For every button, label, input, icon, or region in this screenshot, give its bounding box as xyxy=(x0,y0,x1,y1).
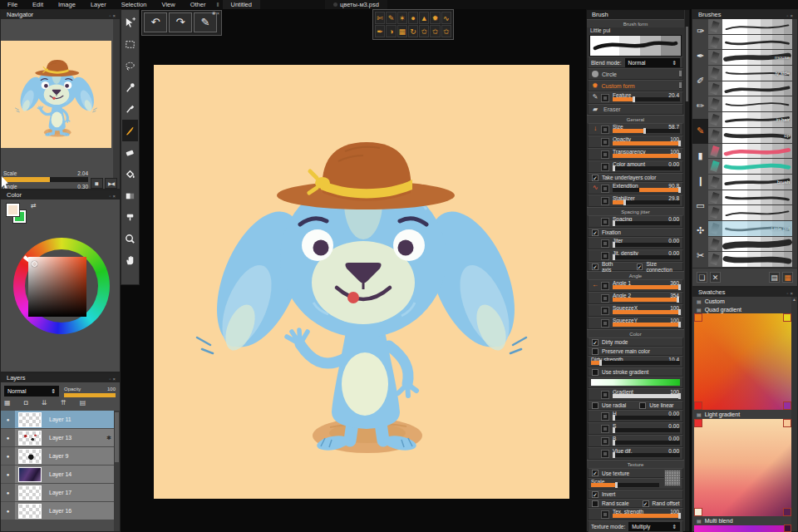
slider-track[interactable] xyxy=(613,141,680,145)
slider-track[interactable] xyxy=(613,323,680,327)
slider-handle[interactable] xyxy=(613,415,615,421)
brush-item[interactable] xyxy=(708,252,792,268)
slider-track[interactable] xyxy=(613,166,680,170)
setting-vlue-dif[interactable]: Vlue dif.0.00 xyxy=(588,447,683,460)
layer-row[interactable]: ●Layer 17 xyxy=(1,484,116,502)
pad-icon[interactable]: ▭ xyxy=(692,193,708,218)
cut-icon[interactable]: ✄ xyxy=(375,12,385,24)
slider-handle[interactable] xyxy=(599,360,602,366)
slider-handle[interactable] xyxy=(643,128,646,134)
setting-icon-box[interactable] xyxy=(601,319,609,328)
corner-swatch[interactable] xyxy=(694,313,702,322)
slider-track[interactable] xyxy=(613,200,680,204)
checkbox[interactable]: ✓ xyxy=(592,339,598,346)
setting-color-amount[interactable]: Color amount0.00 xyxy=(588,160,683,173)
slider-handle[interactable] xyxy=(613,452,615,458)
slider-track[interactable] xyxy=(613,310,680,314)
setting-icon-box[interactable] xyxy=(601,185,609,193)
bucket-tool[interactable] xyxy=(122,163,138,185)
option-fixation[interactable]: ✓Fixation xyxy=(588,228,683,237)
setting-icon-box[interactable] xyxy=(601,252,609,260)
menu-item-image[interactable]: Image xyxy=(51,1,83,8)
setting-icon-box[interactable] xyxy=(601,126,609,134)
brush-item-in-hair[interactable]: in hair xyxy=(708,112,792,128)
setting-dirty-strength[interactable]: Dirty strength10.4 xyxy=(588,356,683,367)
layers-header[interactable]: Layers◦× xyxy=(1,373,120,382)
delete-brush-button[interactable]: ✕ xyxy=(710,272,721,283)
flat-brush-icon[interactable]: ▮ xyxy=(692,144,708,169)
slider-handle[interactable] xyxy=(678,322,681,328)
slider-handle[interactable] xyxy=(678,393,681,399)
menu-item-view[interactable]: View xyxy=(155,1,183,8)
setting-tex-strength[interactable]: Tex. strength100 xyxy=(588,508,683,520)
slider-track[interactable] xyxy=(613,154,680,158)
checkbox[interactable]: ✓ xyxy=(592,264,598,270)
tip-scrollbar[interactable] xyxy=(679,71,682,77)
star-icon[interactable]: ✩ xyxy=(441,25,451,37)
swatches-scrollbar[interactable]: ▲ xyxy=(791,297,797,531)
checkbox[interactable] xyxy=(592,348,598,355)
knife-icon[interactable]: ✂ xyxy=(692,243,708,268)
setting-stabilizer[interactable]: Stabilizer29.8 xyxy=(588,195,683,207)
slider-track[interactable] xyxy=(591,361,680,365)
corner-swatch[interactable] xyxy=(783,419,791,427)
options-both-axis[interactable]: ✓Both axis✓Size connection xyxy=(588,262,683,271)
paintbrush-icon[interactable]: ✎ xyxy=(692,119,708,144)
slider-track[interactable] xyxy=(613,221,680,225)
mini-panel-buttons[interactable]: ✱ × xyxy=(212,11,219,16)
opacity-slider[interactable] xyxy=(64,393,116,397)
reset-view-button[interactable]: ◼ xyxy=(91,178,103,189)
gradient-tool[interactable] xyxy=(122,185,138,206)
wave-icon[interactable]: ∿ xyxy=(441,12,451,24)
slider-handle[interactable] xyxy=(623,200,626,205)
slider-handle[interactable] xyxy=(678,187,681,193)
checkbox[interactable]: ✓ xyxy=(592,229,598,236)
grid-icon[interactable]: ▦ xyxy=(397,25,407,37)
setting-icon-box[interactable] xyxy=(601,510,609,519)
slider-handle[interactable] xyxy=(613,440,615,446)
marker-icon[interactable]: ✏ xyxy=(692,94,708,119)
option-rand-offset[interactable]: ✓Rand offset xyxy=(643,500,680,507)
setting-squeezex[interactable]: SqueezeX100 xyxy=(588,304,683,317)
corner-swatch[interactable] xyxy=(784,525,791,532)
flip-view-button[interactable]: ▶◀ xyxy=(105,178,117,189)
checkbox[interactable] xyxy=(592,500,598,507)
navigator-preview[interactable] xyxy=(1,41,111,148)
slider-track[interactable] xyxy=(613,514,680,518)
swatch-item-custom[interactable]: ▤Custom xyxy=(692,297,797,305)
layer-visibility-icon[interactable]: ● xyxy=(1,502,15,520)
layer-actions-toolbar[interactable]: ▦ ◘ ⇊ ⇈ ▤ xyxy=(4,399,91,406)
slider-track[interactable] xyxy=(591,483,659,487)
panel-header-buttons[interactable]: ◦× xyxy=(109,192,117,201)
marquee-tool[interactable] xyxy=(122,33,138,55)
brush-item[interactable] xyxy=(708,237,792,253)
layer-row[interactable]: ●Layer 13✱ xyxy=(1,429,116,447)
setting-icon-box[interactable] xyxy=(601,218,609,226)
multi-blend-strip[interactable] xyxy=(694,525,791,532)
pen-icon[interactable]: ✎ xyxy=(386,12,396,24)
corner-swatch[interactable] xyxy=(694,419,702,427)
texture-mode-select[interactable]: Multiply⇕ xyxy=(628,522,680,531)
slider-track[interactable] xyxy=(613,298,680,302)
setting-icon-box[interactable] xyxy=(601,412,609,421)
menu-item-layer[interactable]: Layer xyxy=(83,1,114,8)
move-tool[interactable] xyxy=(122,12,138,33)
setting-extendtion[interactable]: ∿Extendtion90.8 xyxy=(588,182,683,195)
setting-angle-1[interactable]: ←Angle 1360 xyxy=(588,279,683,292)
slider-handle[interactable] xyxy=(613,220,615,226)
color-header[interactable]: Color◦× xyxy=(1,190,120,200)
layer-row[interactable]: ●Layer 14 xyxy=(1,466,116,484)
checkbox[interactable]: ✓ xyxy=(592,470,598,476)
brushes-header[interactable]: Brushes◦× xyxy=(692,10,797,19)
brush-item-brush[interactable]: brush xyxy=(708,175,792,190)
liner-icon[interactable]: ❙ xyxy=(692,168,708,193)
wand-tool[interactable] xyxy=(122,76,138,98)
canvas[interactable] xyxy=(154,65,569,499)
setting-squeezey[interactable]: SqueezeY100 xyxy=(588,317,683,329)
slider-handle[interactable] xyxy=(678,284,681,290)
swatch-item-quad-gradient[interactable]: ▤Quad gradient xyxy=(692,305,797,313)
circle-icon[interactable]: ● xyxy=(408,12,418,24)
brush-item[interactable] xyxy=(708,81,792,97)
rotate-icon[interactable]: ↻ xyxy=(408,25,418,37)
brush-list-scrollbar[interactable] xyxy=(792,19,797,268)
